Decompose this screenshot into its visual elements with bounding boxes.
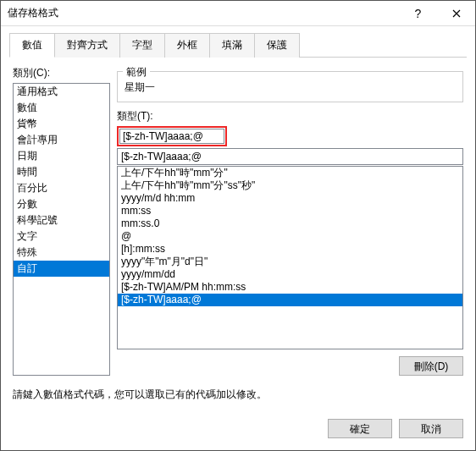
tab-2[interactable]: 字型 <box>119 33 165 58</box>
sample-frame: 範例 星期一 <box>117 71 463 102</box>
tab-0[interactable]: 數值 <box>9 33 55 58</box>
category-item[interactable]: 文字 <box>14 228 109 245</box>
dialog-footer: 確定 取消 <box>1 410 475 450</box>
type-item[interactable]: 上午/下午hh"時"mm"分"ss"秒" <box>118 179 462 192</box>
tab-5[interactable]: 保護 <box>254 33 300 58</box>
type-input-highlighted[interactable] <box>119 129 224 144</box>
category-list[interactable]: 通用格式數值貨幣會計專用日期時間百分比分數科學記號文字特殊自訂 <box>13 83 110 376</box>
category-item[interactable]: 通用格式 <box>14 84 109 100</box>
tab-1[interactable]: 對齊方式 <box>54 33 120 58</box>
type-item[interactable]: [$-zh-TW]AM/PM hh:mm:ss <box>118 281 462 294</box>
delete-button[interactable]: 刪除(D) <box>399 356 463 376</box>
type-item[interactable]: yyyy/mm/dd <box>118 268 462 281</box>
sample-value: 星期一 <box>125 80 456 95</box>
cancel-button[interactable]: 取消 <box>399 419 463 438</box>
tab-3[interactable]: 外框 <box>164 33 210 58</box>
category-item[interactable]: 分數 <box>14 196 109 212</box>
body-row: 類別(C): 通用格式數值貨幣會計專用日期時間百分比分數科學記號文字特殊自訂 範… <box>13 66 463 376</box>
type-item[interactable]: yyyy"年"m"月"d"日" <box>118 256 462 268</box>
type-input[interactable] <box>117 148 463 165</box>
delete-row: 刪除(D) <box>117 356 463 376</box>
close-button[interactable] <box>437 1 475 25</box>
tab-4[interactable]: 填滿 <box>209 33 255 58</box>
type-input-highlight <box>117 126 227 146</box>
close-icon <box>452 9 461 18</box>
window-title: 儲存格格式 <box>8 6 399 20</box>
help-button[interactable]: ? <box>399 1 437 25</box>
type-list[interactable]: 上午/下午hh"時"mm"分"上午/下午hh"時"mm"分"ss"秒"yyyy/… <box>117 166 463 349</box>
details-column: 範例 星期一 類型(T): 上午/下午hh"時"mm"分"上午/下午hh"時"m… <box>117 66 463 376</box>
titlebar: 儲存格格式 ? <box>1 1 475 26</box>
category-item[interactable]: 科學記號 <box>14 212 109 228</box>
type-item[interactable]: @ <box>118 230 462 243</box>
category-column: 類別(C): 通用格式數值貨幣會計專用日期時間百分比分數科學記號文字特殊自訂 <box>13 66 110 376</box>
type-item[interactable]: [$-zh-TW]aaaa;@ <box>118 294 462 306</box>
category-item[interactable]: 時間 <box>14 164 109 180</box>
tab-strip: 數值對齊方式字型外框填滿保護 <box>1 26 475 58</box>
category-item[interactable]: 數值 <box>14 100 109 116</box>
type-label: 類型(T): <box>117 109 463 124</box>
category-item[interactable]: 百分比 <box>14 180 109 196</box>
type-item[interactable]: [h]:mm:ss <box>118 243 462 256</box>
category-item[interactable]: 特殊 <box>14 245 109 261</box>
ok-button[interactable]: 確定 <box>328 419 392 438</box>
tab-content: 類別(C): 通用格式數值貨幣會計專用日期時間百分比分數科學記號文字特殊自訂 範… <box>1 58 475 410</box>
category-item[interactable]: 會計專用 <box>14 132 109 148</box>
type-item[interactable]: 上午/下午hh"時"mm"分" <box>118 167 462 179</box>
hint-text: 請鍵入數值格式代碼，您可以選取已有的代碼加以修改。 <box>13 388 463 402</box>
type-item[interactable]: mm:ss <box>118 205 462 217</box>
category-label: 類別(C): <box>13 66 110 80</box>
category-item[interactable]: 貨幣 <box>14 116 109 132</box>
type-item[interactable]: mm:ss.0 <box>118 217 462 230</box>
type-item[interactable]: yyyy/m/d hh:mm <box>118 192 462 205</box>
category-item[interactable]: 日期 <box>14 148 109 164</box>
cell-format-dialog: 儲存格格式 ? 數值對齊方式字型外框填滿保護 類別(C): 通用格式數值貨幣會計… <box>0 0 476 451</box>
sample-label: 範例 <box>123 65 150 80</box>
category-item[interactable]: 自訂 <box>14 261 109 277</box>
